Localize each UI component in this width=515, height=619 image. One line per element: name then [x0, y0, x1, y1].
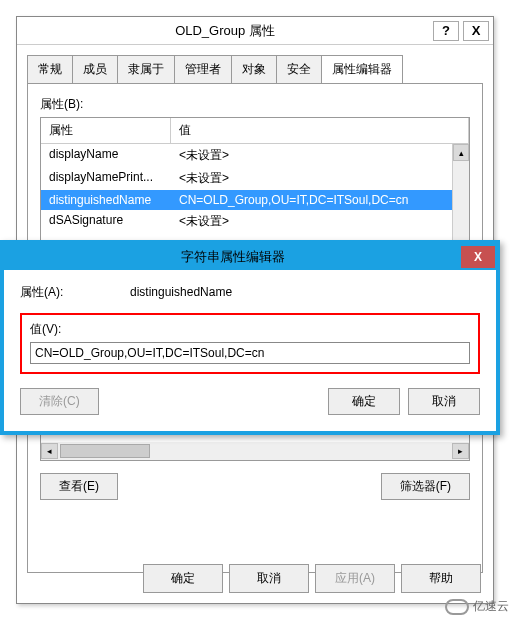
tab-strip: 常规 成员 隶属于 管理者 对象 安全 属性编辑器 — [27, 55, 483, 83]
watermark-logo: 亿速云 — [445, 598, 509, 615]
cancel-button[interactable]: 取消 — [408, 388, 480, 415]
tab-object[interactable]: 对象 — [231, 55, 277, 83]
scroll-thumb[interactable] — [60, 444, 150, 458]
table-row[interactable]: displayNamePrint...<未设置> — [41, 167, 469, 190]
filter-button[interactable]: 筛选器(F) — [381, 473, 470, 500]
table-row[interactable]: instanceType0x4 = ( WRITE ) — [41, 440, 469, 442]
attribute-value: distinguishedName — [130, 285, 480, 299]
dialog-button-row: 确定 取消 应用(A) 帮助 — [143, 564, 481, 593]
table-button-row: 查看(E) 筛选器(F) — [40, 473, 470, 500]
tab-attribute-editor[interactable]: 属性编辑器 — [321, 55, 403, 83]
clear-button[interactable]: 清除(C) — [20, 388, 99, 415]
ok-button[interactable]: 确定 — [143, 564, 223, 593]
attribute-row: 属性(A): distinguishedName — [20, 284, 480, 301]
titlebar: OLD_Group 属性 ? X — [17, 17, 493, 45]
tab-general[interactable]: 常规 — [27, 55, 73, 83]
string-editor-window: 字符串属性编辑器 X 属性(A): distinguishedName 值(V)… — [0, 240, 500, 435]
value-input[interactable] — [30, 342, 470, 364]
col-header-value[interactable]: 值 — [171, 118, 469, 143]
close-button[interactable]: X — [461, 246, 495, 268]
highlight-box: 值(V): — [20, 313, 480, 374]
watermark-text: 亿速云 — [473, 598, 509, 615]
help-button[interactable]: 帮助 — [401, 564, 481, 593]
child-button-row: 清除(C) 确定 取消 — [20, 388, 480, 415]
cancel-button[interactable]: 取消 — [229, 564, 309, 593]
child-body: 属性(A): distinguishedName 值(V): 清除(C) 确定 … — [4, 270, 496, 431]
child-window-title: 字符串属性编辑器 — [4, 248, 461, 266]
tab-security[interactable]: 安全 — [276, 55, 322, 83]
tab-managedby[interactable]: 管理者 — [174, 55, 232, 83]
table-row[interactable]: displayName<未设置> — [41, 144, 469, 167]
table-header: 属性 值 — [41, 118, 469, 144]
tab-members[interactable]: 成员 — [72, 55, 118, 83]
apply-button[interactable]: 应用(A) — [315, 564, 395, 593]
table-row[interactable]: dSASignature<未设置> — [41, 210, 469, 233]
cloud-icon — [445, 599, 469, 615]
scroll-left-icon[interactable]: ◂ — [41, 443, 58, 459]
help-button[interactable]: ? — [433, 21, 459, 41]
scroll-up-icon[interactable]: ▴ — [453, 144, 469, 161]
close-button[interactable]: X — [463, 21, 489, 41]
scroll-right-icon[interactable]: ▸ — [452, 443, 469, 459]
tab-memberof[interactable]: 隶属于 — [117, 55, 175, 83]
col-header-name[interactable]: 属性 — [41, 118, 171, 143]
horizontal-scrollbar[interactable]: ◂ ▸ — [41, 442, 469, 460]
table-row-selected[interactable]: distinguishedNameCN=OLD_Group,OU=IT,DC=I… — [41, 190, 469, 210]
view-button[interactable]: 查看(E) — [40, 473, 118, 500]
ok-button[interactable]: 确定 — [328, 388, 400, 415]
child-titlebar: 字符串属性编辑器 X — [4, 244, 496, 270]
attribute-label: 属性(A): — [20, 284, 130, 301]
window-title: OLD_Group 属性 — [17, 22, 433, 40]
attributes-label: 属性(B): — [40, 96, 470, 113]
value-label: 值(V): — [30, 321, 470, 338]
